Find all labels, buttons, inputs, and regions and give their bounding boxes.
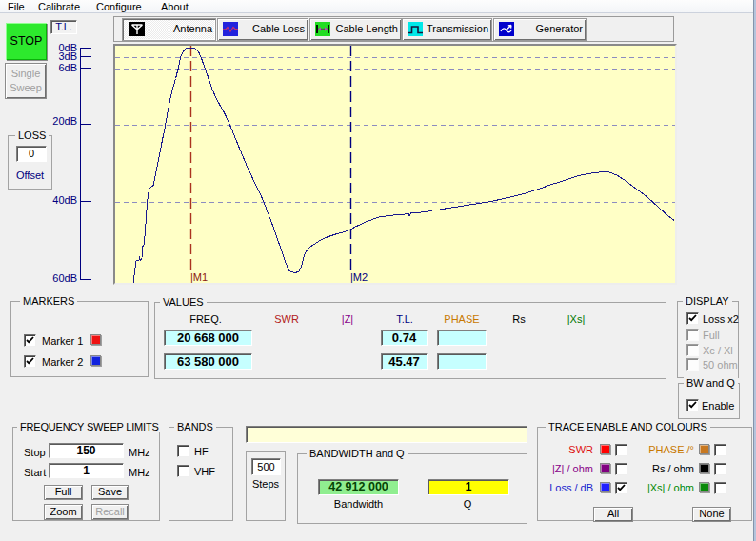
svg-text:|M2: |M2 (350, 271, 368, 283)
svg-text:|M1: |M1 (190, 271, 208, 283)
